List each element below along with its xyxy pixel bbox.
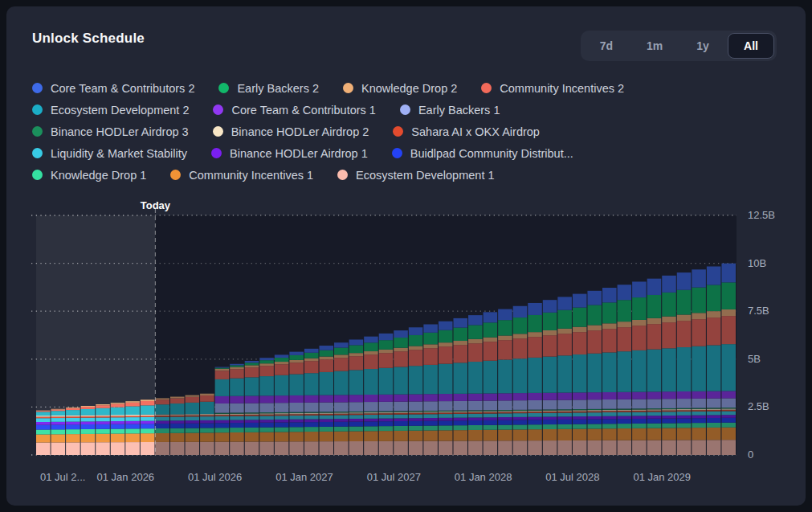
legend-item-label: Binance HODLer Airdrop 3 xyxy=(51,125,189,138)
legend-color-dot-icon xyxy=(481,83,492,93)
legend-item-community-incentives-1[interactable]: Community Incentives 1 xyxy=(170,169,313,182)
legend-item-label: Binance HODLer Airdrop 1 xyxy=(230,147,368,160)
legend-item-ecosystem-development-2[interactable]: Ecosystem Development 2 xyxy=(32,104,189,117)
unlock-chart-plot[interactable] xyxy=(36,215,737,455)
legend-color-dot-icon xyxy=(32,148,43,158)
legend-item-core-team-contributors-2[interactable]: Core Team & Contributors 2 xyxy=(32,82,194,95)
y-axis-label: 7.5B xyxy=(748,305,769,317)
legend-item-liquidity-market-stability[interactable]: Liquidity & Market Stability xyxy=(32,147,187,160)
legend-item-binance-hodler-airdrop-3[interactable]: Binance HODLer Airdrop 3 xyxy=(32,125,189,138)
legend: Core Team & Contributors 2Early Backers … xyxy=(32,77,779,186)
legend-color-dot-icon xyxy=(211,148,222,158)
x-axis-label: 01 Jan 2029 xyxy=(633,471,691,483)
legend-item-label: Ecosystem Development 1 xyxy=(356,169,494,182)
page-title: Unlock Schedule xyxy=(32,31,145,47)
legend-color-dot-icon xyxy=(32,126,43,137)
legend-row: Core Team & Contributors 2Early Backers … xyxy=(32,77,779,99)
legend-color-dot-icon xyxy=(170,170,181,180)
x-axis-label: 01 Jul 2026 xyxy=(188,471,242,483)
legend-row: Knowledge Drop 1Community Incentives 1Ec… xyxy=(32,164,779,186)
legend-item-knowledge-drop-2[interactable]: Knowledge Drop 2 xyxy=(343,82,457,95)
legend-item-label: Liquidity & Market Stability xyxy=(51,147,187,160)
y-axis-label: 0 xyxy=(748,449,753,461)
legend-item-label: Community Incentives 1 xyxy=(189,169,313,182)
legend-item-label: Knowledge Drop 2 xyxy=(361,82,457,95)
legend-color-dot-icon xyxy=(400,104,410,115)
future-region-overlay xyxy=(155,215,737,455)
page: Unlock Schedule 7d1m1yAll Core Team & Co… xyxy=(0,0,812,512)
legend-item-buidlpad-community-distribut[interactable]: Buidlpad Community Distribut... xyxy=(392,147,573,160)
legend-item-early-backers-1[interactable]: Early Backers 1 xyxy=(400,104,500,117)
y-axis-label: 12.5B xyxy=(748,209,775,221)
legend-color-dot-icon xyxy=(32,83,43,93)
x-axis-label: 01 Jul 2... xyxy=(40,471,85,483)
x-axis-label: 01 Jan 2026 xyxy=(97,471,155,483)
legend-item-label: Core Team & Contributors 2 xyxy=(51,82,194,95)
range-button-1y[interactable]: 1y xyxy=(679,33,726,59)
legend-item-label: Early Backers 2 xyxy=(237,82,319,95)
legend-item-label: Buidlpad Community Distribut... xyxy=(410,147,573,160)
legend-item-knowledge-drop-1[interactable]: Knowledge Drop 1 xyxy=(32,169,146,182)
legend-item-ecosystem-development-1[interactable]: Ecosystem Development 1 xyxy=(337,169,494,182)
legend-color-dot-icon xyxy=(213,104,223,115)
unlock-schedule-card: Unlock Schedule 7d1m1yAll Core Team & Co… xyxy=(6,6,806,506)
x-axis-label: 01 Jan 2027 xyxy=(275,471,333,483)
legend-item-binance-hodler-airdrop-1[interactable]: Binance HODLer Airdrop 1 xyxy=(211,147,368,160)
y-axis-label: 5B xyxy=(748,353,761,365)
x-axis-label: 01 Jul 2028 xyxy=(545,471,599,483)
legend-row: Binance HODLer Airdrop 3Binance HODLer A… xyxy=(32,121,779,142)
legend-item-early-backers-2[interactable]: Early Backers 2 xyxy=(218,82,319,95)
today-label: Today xyxy=(141,199,170,211)
legend-row: Ecosystem Development 2Core Team & Contr… xyxy=(32,99,779,121)
legend-item-label: Knowledge Drop 1 xyxy=(51,169,146,182)
range-button-1m[interactable]: 1m xyxy=(631,33,678,59)
legend-color-dot-icon xyxy=(392,148,402,158)
y-axis-label: 2.5B xyxy=(748,400,769,412)
legend-color-dot-icon xyxy=(218,83,229,93)
legend-item-label: Early Backers 1 xyxy=(418,104,500,117)
legend-item-label: Core Team & Contributors 1 xyxy=(231,104,375,117)
chart-area: Today 02.5B5B7.5B10B12.5B 01 Jul 2...01 … xyxy=(6,198,806,499)
x-axis-label: 01 Jan 2028 xyxy=(455,471,512,483)
legend-item-label: Community Incentives 2 xyxy=(500,82,624,95)
legend-color-dot-icon xyxy=(32,104,43,115)
range-button-all[interactable]: All xyxy=(728,33,774,59)
legend-item-sahara-ai-x-okx-airdrop[interactable]: Sahara AI x OKX Airdrop xyxy=(393,125,540,138)
x-axis-label: 01 Jul 2027 xyxy=(367,471,421,483)
legend-color-dot-icon xyxy=(343,83,353,93)
legend-item-label: Sahara AI x OKX Airdrop xyxy=(411,125,540,138)
y-axis-label: 10B xyxy=(748,257,766,269)
range-button-7d[interactable]: 7d xyxy=(583,33,630,59)
legend-color-dot-icon xyxy=(213,126,223,137)
range-button-group: 7d1m1yAll xyxy=(581,31,777,61)
legend-item-community-incentives-2[interactable]: Community Incentives 2 xyxy=(481,82,624,95)
legend-color-dot-icon xyxy=(393,126,403,137)
legend-item-core-team-contributors-1[interactable]: Core Team & Contributors 1 xyxy=(213,104,375,117)
legend-item-binance-hodler-airdrop-2[interactable]: Binance HODLer Airdrop 2 xyxy=(213,125,369,138)
legend-color-dot-icon xyxy=(32,170,43,180)
legend-item-label: Ecosystem Development 2 xyxy=(51,104,189,117)
legend-row: Liquidity & Market StabilityBinance HODL… xyxy=(32,142,779,164)
legend-color-dot-icon xyxy=(337,170,348,180)
past-region-overlay xyxy=(36,215,155,455)
legend-item-label: Binance HODLer Airdrop 2 xyxy=(231,125,369,138)
